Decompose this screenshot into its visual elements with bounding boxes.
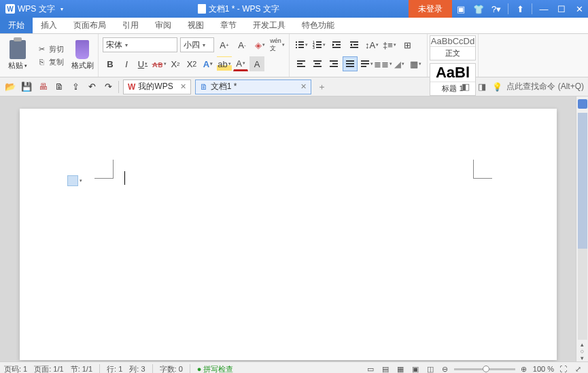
bold-button[interactable]: B bbox=[103, 56, 118, 71]
undo-icon[interactable]: ↶ bbox=[86, 81, 98, 93]
highlight-button[interactable]: ab bbox=[217, 56, 232, 71]
status-page-no[interactable]: 页码: 1 bbox=[4, 364, 27, 374]
login-button[interactable]: 未登录 bbox=[409, 0, 452, 18]
tab-layout[interactable]: 页面布局 bbox=[65, 18, 114, 33]
close-button[interactable]: ✕ bbox=[570, 0, 588, 18]
align-right-button[interactable] bbox=[326, 56, 341, 71]
shirt-icon[interactable]: 👕 bbox=[470, 0, 487, 18]
app-menu[interactable]: W WPS 文字 ▾ bbox=[0, 3, 69, 15]
status-line[interactable]: 行: 1 bbox=[107, 364, 122, 374]
share-icon[interactable]: ⬆ bbox=[511, 0, 529, 18]
font-name-select[interactable]: 宋体▾ bbox=[103, 37, 177, 52]
status-section[interactable]: 节: 1/1 bbox=[71, 364, 92, 374]
tab-dev[interactable]: 开发工具 bbox=[245, 18, 294, 33]
indent-dec-button[interactable] bbox=[329, 37, 344, 52]
view-read-icon[interactable]: ▣ bbox=[409, 363, 421, 373]
tab-mywps[interactable]: W 我的WPS ✕ bbox=[123, 79, 191, 94]
close-tab-icon[interactable]: ✕ bbox=[180, 82, 186, 91]
line-spacing-button[interactable]: ‡≡ bbox=[382, 37, 397, 52]
subscript-button[interactable]: X2 bbox=[184, 56, 199, 71]
view-outline-icon[interactable]: ▤ bbox=[379, 363, 392, 373]
tab-doc1[interactable]: 🗎 文档1 * ✕ bbox=[195, 79, 312, 94]
bullets-button[interactable] bbox=[294, 37, 309, 52]
scroll-up-icon[interactable]: ▴ bbox=[581, 341, 584, 348]
minimize-button[interactable]: — bbox=[535, 0, 553, 18]
nav-icon[interactable]: ◧ bbox=[460, 81, 472, 93]
underline-button[interactable]: U bbox=[135, 56, 150, 71]
page-options-icon[interactable] bbox=[67, 175, 78, 186]
shading-button[interactable]: ◢ bbox=[392, 56, 407, 71]
clear-format-button[interactable]: ◈ bbox=[252, 37, 267, 52]
view-split-icon[interactable]: ◫ bbox=[424, 363, 436, 373]
task-icon[interactable]: ◨ bbox=[476, 81, 488, 93]
char-shading-button[interactable]: A bbox=[249, 56, 264, 71]
chevron-down-icon: ▾ bbox=[80, 178, 82, 183]
fit-page-icon[interactable]: ⛶ bbox=[557, 363, 569, 373]
font-shrink-button[interactable]: A- bbox=[235, 37, 249, 52]
tab-start[interactable]: 开始 bbox=[0, 18, 33, 33]
text-direction-button[interactable]: ↕A bbox=[364, 37, 379, 52]
text-effects-button[interactable]: A bbox=[201, 56, 215, 71]
svg-rect-20 bbox=[297, 60, 305, 62]
margin-corner-icon bbox=[94, 160, 114, 179]
superscript-button[interactable]: X2 bbox=[168, 56, 183, 71]
svg-rect-18 bbox=[353, 44, 358, 46]
format-brush-button[interactable]: 格式刷 bbox=[71, 40, 94, 71]
columns-button[interactable]: ≣≣ bbox=[375, 56, 390, 71]
save-icon[interactable]: 💾 bbox=[20, 81, 33, 93]
tab-review[interactable]: 审阅 bbox=[147, 18, 179, 33]
spellcheck-toggle[interactable]: ● 拼写检查 bbox=[197, 364, 234, 374]
fullscreen-icon[interactable]: ⤢ bbox=[572, 363, 584, 373]
zoom-level[interactable]: 100 % bbox=[533, 365, 554, 373]
scroll-mid-icon[interactable]: ○ bbox=[581, 348, 584, 355]
zoom-in-button[interactable]: ⊕ bbox=[518, 363, 530, 373]
status-col[interactable]: 列: 3 bbox=[129, 364, 145, 374]
margin-corner-icon bbox=[473, 160, 492, 179]
zoom-slider[interactable] bbox=[454, 368, 515, 370]
indent-inc-button[interactable] bbox=[347, 37, 362, 52]
view-web-icon[interactable]: ▦ bbox=[394, 363, 407, 373]
close-tab-icon[interactable]: ✕ bbox=[300, 82, 307, 91]
scroll-down-icon[interactable]: ▾ bbox=[581, 355, 584, 361]
help-icon[interactable]: ?▾ bbox=[487, 0, 505, 18]
new-tab-icon[interactable]: ＋ bbox=[315, 81, 328, 93]
status-page[interactable]: 页面: 1/1 bbox=[34, 364, 63, 374]
vertical-scrollbar[interactable] bbox=[578, 113, 587, 340]
copy-button[interactable]: ⎘复制 bbox=[34, 56, 67, 69]
tab-insert[interactable]: 插入 bbox=[33, 18, 65, 33]
numbering-button[interactable]: 123 bbox=[311, 37, 326, 52]
open-icon[interactable]: 📂 bbox=[4, 81, 16, 93]
borders-button[interactable]: ▦ bbox=[408, 56, 423, 71]
status-words[interactable]: 字数: 0 bbox=[160, 364, 183, 374]
export-pdf-icon[interactable]: ⇪ bbox=[69, 81, 82, 93]
align-distribute-button[interactable] bbox=[359, 56, 374, 71]
paste-button[interactable]: 粘贴▾ bbox=[4, 40, 31, 71]
phonetic-button[interactable]: wén文 bbox=[270, 37, 285, 52]
zoom-out-button[interactable]: ⊖ bbox=[439, 363, 451, 373]
skin-icon[interactable]: ▣ bbox=[452, 0, 470, 18]
font-color-button[interactable]: A bbox=[233, 56, 248, 71]
panel-toggle-icon[interactable] bbox=[578, 99, 587, 109]
strike-button[interactable]: ᴀʙ bbox=[152, 56, 167, 71]
view-page-icon[interactable]: ▭ bbox=[364, 363, 377, 373]
style-normal[interactable]: AaBbCcDd 正文 bbox=[430, 35, 476, 60]
font-grow-button[interactable]: A+ bbox=[217, 37, 232, 52]
align-center-button[interactable] bbox=[310, 56, 325, 71]
tab-feature[interactable]: 特色功能 bbox=[294, 18, 343, 33]
show-marks-button[interactable]: ⊞ bbox=[400, 37, 415, 52]
italic-button[interactable]: I bbox=[119, 56, 134, 71]
align-justify-button[interactable] bbox=[343, 56, 358, 71]
print-preview-icon[interactable]: 🗎 bbox=[53, 81, 65, 93]
cut-button[interactable]: ✂剪切 bbox=[34, 43, 67, 56]
document-page[interactable]: ▾ bbox=[20, 109, 557, 360]
print-icon[interactable]: 🖶 bbox=[37, 81, 49, 93]
align-left-button[interactable] bbox=[294, 56, 309, 71]
search-hint[interactable]: 点此查找命令 (Alt+Q) bbox=[506, 81, 584, 92]
font-size-select[interactable]: 小四▾ bbox=[180, 37, 214, 52]
tab-chapter[interactable]: 章节 bbox=[212, 18, 245, 33]
tab-ref[interactable]: 引用 bbox=[114, 18, 147, 33]
maximize-button[interactable]: ☐ bbox=[553, 0, 570, 18]
redo-icon[interactable]: ↷ bbox=[102, 81, 114, 93]
tab-view[interactable]: 视图 bbox=[179, 18, 212, 33]
svg-rect-3 bbox=[298, 44, 304, 46]
